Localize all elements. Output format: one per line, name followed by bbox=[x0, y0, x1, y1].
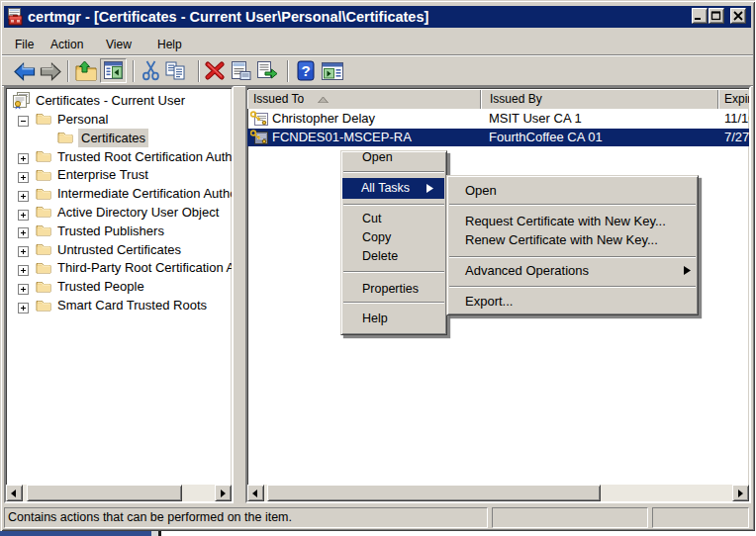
svg-text:?: ? bbox=[301, 62, 310, 79]
